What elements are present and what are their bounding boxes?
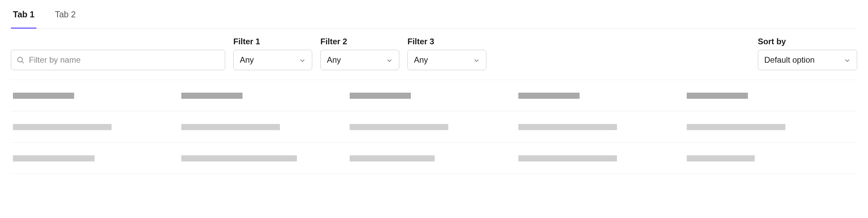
skeleton-placeholder [687, 124, 785, 130]
filter-2-group: Filter 2 Any [320, 37, 399, 70]
filter-1-group: Filter 1 Any [233, 37, 312, 70]
skeleton-placeholder [13, 124, 112, 130]
chevron-down-icon [844, 57, 851, 63]
table-cell [181, 124, 350, 130]
sort-group: Sort by Default option [758, 37, 857, 70]
search-group [11, 50, 225, 70]
table-header-cell [181, 93, 350, 99]
svg-line-1 [22, 62, 23, 63]
skeleton-placeholder [518, 155, 617, 161]
table-cell [13, 124, 181, 130]
controls-row: Filter 1 Any Filter 2 Any Filter 3 Any [11, 29, 857, 80]
filter-2-label: Filter 2 [320, 37, 399, 46]
table-header-cell [687, 93, 855, 99]
filter-1-value: Any [240, 55, 254, 65]
filter-2-select[interactable]: Any [320, 50, 399, 70]
table-header-cell [13, 93, 181, 99]
tab-label: Tab 2 [55, 10, 76, 19]
tab-label: Tab 1 [13, 10, 34, 19]
skeleton-placeholder [518, 124, 617, 130]
search-input[interactable] [11, 50, 225, 70]
table-row [11, 111, 857, 143]
skeleton-placeholder [518, 93, 580, 99]
skeleton-placeholder [13, 93, 74, 99]
skeleton-placeholder [181, 93, 243, 99]
table-cell [350, 124, 518, 130]
table-cell [687, 124, 855, 130]
filter-3-value: Any [414, 55, 428, 65]
skeleton-placeholder [687, 93, 748, 99]
table-cell [687, 155, 855, 161]
chevron-down-icon [473, 57, 480, 63]
table-row [11, 143, 857, 174]
table-header-cell [350, 93, 518, 99]
results-table [11, 80, 857, 174]
skeleton-placeholder [350, 155, 435, 161]
search-icon [16, 56, 24, 64]
table-cell [350, 155, 518, 161]
skeleton-placeholder [350, 93, 411, 99]
table-cell [13, 155, 181, 161]
sort-label: Sort by [758, 37, 857, 46]
table-cell [181, 155, 350, 161]
filter-1-select[interactable]: Any [233, 50, 312, 70]
filter-3-select[interactable]: Any [407, 50, 486, 70]
chevron-down-icon [386, 57, 393, 63]
table-cell [518, 155, 687, 161]
skeleton-placeholder [350, 124, 448, 130]
filter-3-label: Filter 3 [407, 37, 486, 46]
table-header-row [11, 80, 857, 111]
filter-1-label: Filter 1 [233, 37, 312, 46]
tab-2[interactable]: Tab 2 [53, 10, 78, 28]
table-header-cell [518, 93, 687, 99]
skeleton-placeholder [687, 155, 755, 161]
skeleton-placeholder [181, 124, 280, 130]
filter-3-group: Filter 3 Any [407, 37, 486, 70]
chevron-down-icon [299, 57, 306, 63]
table-cell [518, 124, 687, 130]
svg-point-0 [18, 57, 22, 62]
skeleton-placeholder [13, 155, 95, 161]
search-wrap [11, 50, 225, 70]
skeleton-placeholder [181, 155, 297, 161]
filter-2-value: Any [327, 55, 341, 65]
sort-select[interactable]: Default option [758, 50, 857, 70]
tab-bar: Tab 1 Tab 2 [11, 0, 857, 29]
tab-1[interactable]: Tab 1 [11, 10, 36, 29]
sort-value: Default option [764, 55, 815, 65]
